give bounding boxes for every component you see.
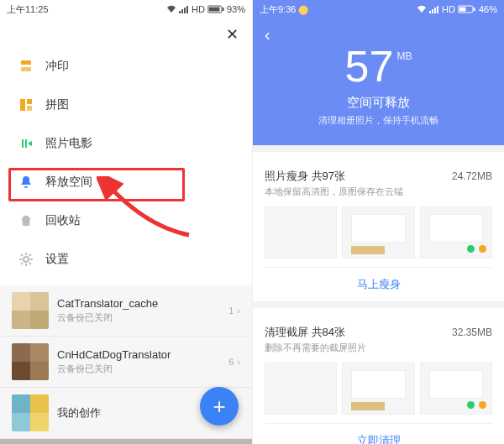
status-hd: HD [442, 4, 455, 14]
status-hd: HD [192, 4, 205, 14]
album-sub: 云备份已关闭 [57, 363, 220, 375]
svg-rect-10 [459, 8, 465, 12]
signal-icon [429, 5, 439, 13]
svg-rect-1 [208, 8, 219, 12]
status-bar: 上午9:36 ⬤ HD 46% [253, 0, 504, 18]
svg-rect-4 [21, 67, 31, 71]
status-bar: 上午11:25 HD 93% [0, 0, 252, 18]
card-size: 32.35MB [452, 326, 492, 338]
album-row[interactable]: CnHdCatDogTranslator 云备份已关闭 6› [0, 337, 252, 388]
svg-rect-5 [20, 99, 25, 111]
thumbnail-row [265, 206, 492, 259]
card-action-label: 立即清理 [357, 434, 401, 444]
movie-icon [18, 136, 34, 151]
thumbnail[interactable] [342, 206, 414, 259]
svg-rect-11 [473, 8, 475, 11]
hero-unit: MB [396, 51, 412, 61]
menu-label: 设置 [45, 252, 69, 267]
card-size: 24.72MB [452, 170, 492, 182]
menu-label: 照片电影 [45, 136, 92, 151]
hero-sub: 清理相册照片，保持手机流畅 [253, 114, 504, 127]
chevron-right-icon: › [237, 306, 240, 316]
free-space-screen: 上午9:36 ⬤ HD 46% ‹ 57 MB 空间可释放 清理相册照片，保持手… [252, 0, 504, 444]
battery-icon [207, 5, 224, 13]
svg-point-8 [24, 257, 29, 262]
card-title: 照片瘦身 共97张 [265, 169, 345, 184]
hero: 上午9:36 ⬤ HD 46% ‹ 57 MB 空间可释放 清理相册照片，保持手… [253, 0, 504, 145]
trash-icon [18, 213, 34, 228]
status-time: 上午9:36 [260, 4, 296, 14]
card-action-label: 马上瘦身 [357, 278, 401, 290]
album-sub: 云备份已关闭 [57, 311, 220, 324]
svg-rect-3 [21, 60, 31, 65]
thumbnail[interactable] [420, 363, 492, 415]
battery-icon [458, 5, 476, 13]
card-sub: 本地保留高清图，原图保存在云端 [265, 185, 492, 198]
menu-label: 冲印 [45, 59, 69, 74]
menu-item-free-space[interactable]: 释放空间 [0, 163, 252, 201]
fab-add-button[interactable]: + [200, 387, 239, 426]
album-thumb [12, 292, 49, 329]
card-slim-photos: 照片瘦身 共97张 24.72MB 本地保留高清图，原图保存在云端 马上瘦身 [253, 160, 504, 301]
card-clean-screenshots: 清理截屏 共84张 32.35MB 删除不再需要的截屏照片 立即清理 [253, 316, 504, 444]
album-row[interactable]: CatTranslator_cache 云备份已关闭 1› [0, 285, 252, 337]
svg-rect-7 [27, 106, 32, 111]
thumbnail[interactable] [420, 206, 492, 259]
hero-title: 空间可释放 [253, 95, 504, 111]
back-icon[interactable]: ‹ [265, 25, 270, 44]
svg-rect-6 [27, 99, 32, 104]
menu-item-collage[interactable]: 拼图 [0, 86, 252, 124]
chevron-right-icon: › [237, 357, 240, 367]
wifi-icon [166, 5, 176, 13]
wifi-icon [417, 5, 427, 13]
print-icon [18, 59, 34, 74]
menu-item-trash[interactable]: 回收站 [0, 201, 252, 240]
card-sub: 删除不再需要的截屏照片 [265, 342, 492, 354]
menu-item-print[interactable]: 冲印 [0, 47, 252, 86]
menu-label: 回收站 [45, 213, 81, 228]
thumbnail[interactable] [265, 363, 337, 415]
menu-list: 冲印 拼图 照片电影 释放空间 回收站 设置 [0, 47, 252, 279]
collage-icon [18, 97, 34, 112]
svg-rect-2 [222, 8, 223, 11]
thumbnail[interactable] [265, 206, 337, 259]
signal-icon [179, 5, 189, 13]
settings-icon [18, 252, 34, 267]
card-title: 清理截屏 共84张 [265, 325, 345, 340]
bell-icon [18, 175, 34, 190]
album-title: CnHdCatDogTranslator [57, 348, 220, 361]
status-battery: 93% [227, 4, 245, 14]
menu-label: 拼图 [45, 97, 69, 112]
thumbnail-row [265, 363, 492, 415]
menu-label: 释放空间 [45, 175, 92, 190]
album-count: 1 [228, 306, 234, 316]
menu-item-movie[interactable]: 照片电影 [0, 124, 252, 163]
status-time: 上午11:25 [7, 3, 49, 16]
album-count: 6 [228, 357, 234, 367]
plus-icon: + [213, 394, 225, 420]
gallery-menu-screen: 上午11:25 HD 93% ✕ 冲印 拼图 照片电影 [0, 0, 252, 444]
menu-item-settings[interactable]: 设置 [0, 240, 252, 279]
album-thumb [12, 394, 49, 431]
card-action-clean[interactable]: 立即清理 [265, 423, 492, 444]
mi-logo-icon: ⬤ [298, 4, 308, 14]
close-icon[interactable]: ✕ [226, 25, 239, 44]
album-thumb [12, 343, 49, 380]
hero-value: 57 [345, 44, 394, 88]
album-title: CatTranslator_cache [57, 297, 220, 310]
thumbnail[interactable] [342, 363, 414, 415]
status-battery: 46% [479, 4, 497, 14]
card-action-slim[interactable]: 马上瘦身 [265, 267, 492, 301]
